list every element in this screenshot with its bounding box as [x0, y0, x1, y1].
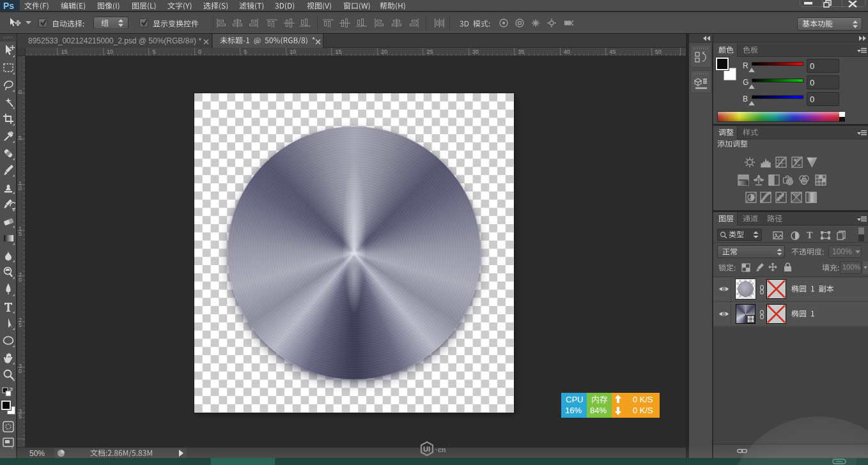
svg-text:UI: UI [423, 445, 430, 453]
svg-text:·cn: ·cn [435, 446, 446, 454]
